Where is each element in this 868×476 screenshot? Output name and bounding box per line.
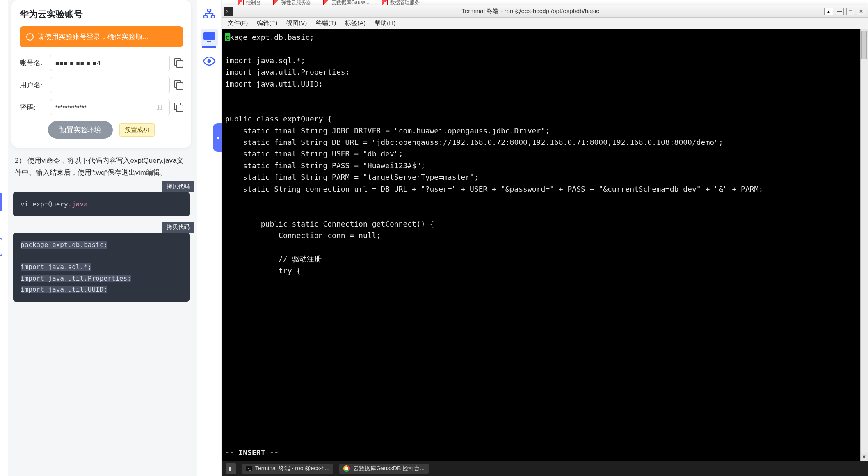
terminal-window: >_ Terminal 终端 - root@ecs-hccdp:/opt/exp…: [222, 5, 868, 461]
eye-off-icon[interactable]: 👁⃠: [157, 103, 162, 112]
browser-tab[interactable]: 云数据库Gauss...: [323, 0, 370, 5]
browser-tab[interactable]: 控制台: [238, 0, 261, 5]
remote-desktop: 控制台 弹性云服务器 云数据库Gauss... 数据管理服务 >_ Termin…: [222, 0, 868, 476]
rail-marker-secondary: [0, 238, 2, 256]
code-block-java: package expt.db.basic; import java.sql.*…: [13, 233, 190, 302]
left-panel: 华为云实验账号 i 请使用实验账号登录，确保实验顺... 账号名: ■■■ ■ …: [0, 0, 197, 476]
start-button[interactable]: ◧: [226, 463, 236, 474]
vim-mode-status: -- INSERT --: [225, 447, 279, 458]
close-button[interactable]: ✕: [857, 8, 865, 15]
huawei-logo-icon: [273, 0, 279, 5]
menu-help[interactable]: 帮助(H): [375, 19, 395, 27]
svg-rect-0: [208, 9, 211, 11]
menu-term[interactable]: 终端(T): [316, 19, 336, 27]
login-alert: i 请使用实验账号登录，确保实验顺...: [20, 26, 183, 47]
preset-env-button[interactable]: 预置实验环境: [48, 121, 113, 139]
maximize-button[interactable]: □: [846, 8, 854, 15]
sitemap-icon[interactable]: [201, 5, 218, 22]
svg-rect-2: [211, 16, 215, 18]
terminal-small-icon: >_: [246, 466, 252, 471]
taskbar-item-terminal[interactable]: >_ Terminal 终端 - root@ecs-h...: [242, 464, 333, 474]
svg-rect-4: [207, 41, 211, 42]
terminal-titlebar[interactable]: >_ Terminal 终端 - root@ecs-hccdp:/opt/exp…: [222, 5, 868, 18]
account-card: 华为云实验账号 i 请使用实验账号登录，确保实验顺... 账号名: ■■■ ■ …: [11, 0, 191, 148]
menu-tabs[interactable]: 标签(A): [345, 19, 365, 27]
rollup-button[interactable]: ▲: [824, 8, 833, 15]
taskbar-item-chrome[interactable]: 云数据库GaussDB 控制台...: [339, 464, 428, 474]
copy-code-button-1[interactable]: 拷贝代码: [162, 181, 194, 192]
huawei-logo-icon: [323, 0, 329, 5]
browser-tab[interactable]: 弹性云服务器: [273, 0, 311, 5]
step-instruction: 2） 使用vi命令，将以下代码内容写入exptQuery.java文件中。输入结…: [8, 153, 194, 183]
copy-code-button-2[interactable]: 拷贝代码: [162, 222, 194, 233]
monitor-icon[interactable]: [201, 29, 218, 46]
user-input[interactable]: [50, 77, 170, 93]
copy-pass-icon[interactable]: [174, 103, 183, 112]
collapse-handle[interactable]: ◂: [213, 123, 222, 152]
user-label: 用户名:: [20, 80, 46, 90]
rail-marker-active: [0, 193, 2, 211]
left-accent-rail: [0, 0, 8, 476]
account-input[interactable]: ■■■ ■ ■■ ■ ■4: [50, 55, 170, 71]
terminal-scrollbar[interactable]: ▲ ▼: [860, 29, 868, 461]
preset-status-tag: 预置成功: [119, 123, 155, 137]
menu-file[interactable]: 文件(F): [228, 19, 248, 27]
vim-cursor: c: [225, 33, 230, 41]
svg-rect-3: [203, 32, 215, 40]
terminal-menubar: 文件(F) 编辑(E) 视图(V) 终端(T) 标签(A) 帮助(H): [222, 18, 868, 29]
minimize-button[interactable]: —: [836, 8, 844, 15]
copy-account-icon[interactable]: [174, 58, 183, 67]
svg-point-5: [208, 60, 211, 63]
terminal-body[interactable]: ckage expt.db.basic; import java.sql.*; …: [222, 29, 868, 461]
pass-label: 密码:: [20, 103, 46, 112]
chrome-icon: [343, 465, 350, 472]
menu-view[interactable]: 视图(V): [286, 19, 307, 27]
account-label: 账号名:: [20, 58, 46, 68]
eye-icon[interactable]: [201, 53, 218, 70]
tool-rail: ◂: [197, 0, 222, 476]
info-icon: i: [26, 33, 34, 41]
terminal-app-icon: >_: [224, 7, 233, 16]
card-title: 华为云实验账号: [20, 8, 183, 21]
scroll-thumb[interactable]: [861, 31, 867, 60]
alert-text: 请使用实验账号登录，确保实验顺...: [38, 32, 148, 41]
code-block-vi: vi exptQuery.java: [13, 192, 190, 216]
pass-input[interactable]: ************* 👁⃠: [50, 99, 170, 115]
huawei-logo-icon: [238, 0, 244, 5]
taskbar: ◧ >_ Terminal 终端 - root@ecs-h... 云数据库Gau…: [222, 461, 868, 476]
browser-tabstrip: 控制台 弹性云服务器 云数据库Gauss... 数据管理服务: [222, 0, 868, 5]
terminal-title: Terminal 终端 - root@ecs-hccdp:/opt/expt/d…: [237, 7, 824, 15]
scroll-down-icon[interactable]: ▼: [861, 453, 868, 461]
browser-tab[interactable]: 数据管理服务: [382, 0, 420, 5]
copy-user-icon[interactable]: [174, 80, 183, 89]
huawei-logo-icon: [382, 0, 388, 5]
menu-edit[interactable]: 编辑(E): [257, 19, 277, 27]
svg-rect-1: [204, 16, 207, 18]
